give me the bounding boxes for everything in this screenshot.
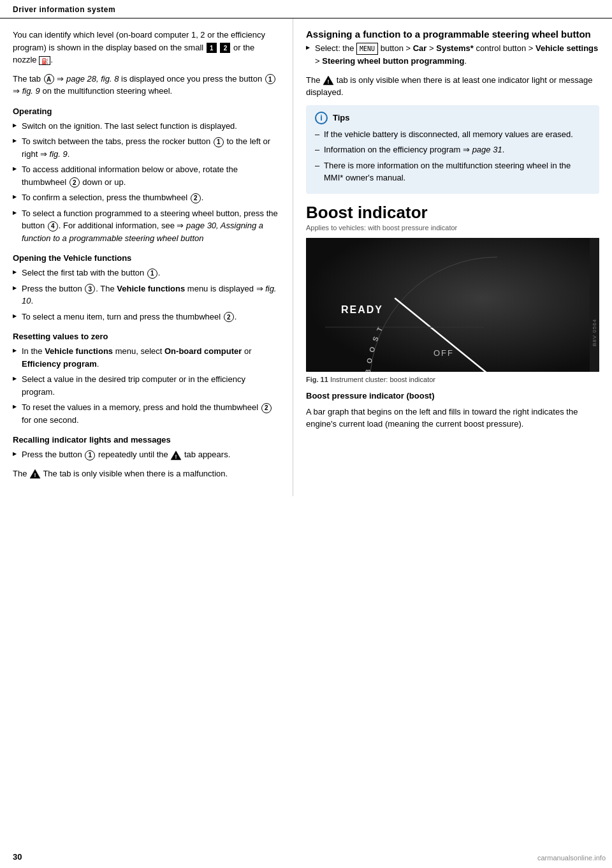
- opening-list: Select the first tab with the button 1. …: [13, 267, 280, 323]
- boost-subheading: Applies to vehicles: with boost pressure…: [306, 224, 599, 232]
- square-2: 2: [220, 43, 230, 53]
- recalling-list: Press the button 1 repeatedly until the …: [13, 448, 280, 461]
- warn-triangle-icon: !: [170, 450, 182, 460]
- assigning-steps: Select: the MENU button > Car > Systems*…: [306, 42, 599, 68]
- assigning-step: Select: the MENU button > Car > Systems*…: [306, 42, 599, 68]
- operating-list: Switch on the ignition. The last select …: [13, 120, 280, 245]
- page-header: Driver information system: [0, 0, 612, 18]
- page-number: 30: [13, 852, 22, 862]
- list-item: In the Vehicle functions menu, select On…: [13, 345, 280, 370]
- button-4-icon: 4: [48, 221, 58, 232]
- tip-item: There is more information on the multifu…: [315, 159, 590, 184]
- button-3-icon: 3: [85, 284, 95, 294]
- info-icon: i: [315, 112, 328, 124]
- svg-rect-34: [590, 238, 599, 372]
- button-2-icon: 2: [69, 177, 80, 188]
- opening-heading: Opening the Vehicle functions: [13, 253, 280, 263]
- button-2c-icon: 2: [224, 312, 234, 322]
- list-item: To confirm a selection, press the thumbw…: [13, 191, 280, 204]
- list-item: To switch between the tabs, press the ro…: [13, 135, 280, 160]
- tips-header: i Tips: [315, 112, 590, 124]
- svg-text:!: !: [328, 78, 330, 85]
- list-item: To reset the values in a memory, press a…: [13, 401, 280, 426]
- svg-text:!: !: [34, 472, 36, 478]
- resetting-heading: Resetting values to zero: [13, 332, 280, 341]
- button-1d-icon: 1: [85, 450, 95, 460]
- list-item: Switch on the ignition. The last select …: [13, 120, 280, 133]
- menu-button: MENU: [356, 43, 378, 55]
- list-item: Press the button 1 repeatedly until the …: [13, 448, 280, 461]
- nozzle-icon: ⛽: [39, 56, 50, 65]
- button-2d-icon: 2: [261, 403, 272, 413]
- button-2b-icon: 2: [191, 193, 201, 203]
- fig-caption: Fig. 11 Instrument cluster: boost indica…: [306, 376, 599, 383]
- page-content: You can identify which level (on-board c…: [0, 18, 612, 496]
- assigning-heading: Assigning a function to a programmable s…: [306, 29, 599, 40]
- list-item: To select a menu item, turn and press th…: [13, 311, 280, 323]
- svg-text:B8V 0564: B8V 0564: [592, 318, 597, 346]
- operating-heading: Operating: [13, 107, 280, 116]
- list-item: Select the first tab with the button 1.: [13, 267, 280, 279]
- tips-box: i Tips If the vehicle battery is disconn…: [306, 105, 599, 194]
- square-1: 1: [207, 43, 217, 53]
- list-item: To access additional information below o…: [13, 163, 280, 188]
- resetting-list: In the Vehicle functions menu, select On…: [13, 345, 280, 426]
- svg-text:!: !: [175, 453, 177, 460]
- tip-item: Information on the efficiency program pa…: [315, 143, 590, 156]
- tips-list: If the vehicle battery is disconnected, …: [315, 128, 590, 184]
- button-1-icon: 1: [265, 74, 275, 84]
- svg-text:READY: READY: [341, 304, 383, 315]
- gauge-display: B O O S T B O O S T READY OFF: [306, 238, 599, 372]
- intro-paragraph-2: The tab A page 28, fig. 8 is displayed o…: [13, 73, 280, 98]
- right-column: Assigning a function to a programmable s…: [293, 18, 612, 496]
- boost-pressure-heading: Boost pressure indicator (boost): [306, 391, 599, 401]
- list-item: Select a value in the desired trip compu…: [13, 373, 280, 398]
- list-item: Press the button 3. The Vehicle function…: [13, 283, 280, 307]
- tab-a-icon: A: [44, 74, 54, 84]
- boost-pressure-text: A bar graph that begins on the left and …: [306, 406, 599, 430]
- list-item: To select a function programmed to a ste…: [13, 207, 280, 245]
- tip-item: If the vehicle battery is disconnected, …: [315, 128, 590, 141]
- intro-paragraph-1: You can identify which level (on-board c…: [13, 29, 280, 66]
- svg-text:OFF: OFF: [433, 348, 454, 358]
- gauge-svg: B O O S T B O O S T READY OFF: [306, 238, 599, 372]
- watermark: carmanualsonline.info: [537, 854, 606, 862]
- button-1c-icon: 1: [147, 268, 157, 279]
- recalling-note: The ! The tab is only visible when there…: [13, 467, 280, 480]
- warn-triangle-icon3: !: [323, 75, 334, 85]
- boost-image: B O O S T B O O S T READY OFF: [306, 238, 599, 372]
- button-1-icon: 1: [214, 137, 224, 147]
- header-title: Driver information system: [13, 5, 115, 14]
- recalling-heading: Recalling indicator lights and messages: [13, 435, 280, 445]
- left-column: You can identify which level (on-board c…: [0, 18, 293, 496]
- assigning-note: The ! tab is only visible when there is …: [306, 74, 599, 99]
- boost-heading: Boost indicator: [306, 203, 599, 223]
- warn-triangle-icon2: !: [29, 469, 41, 479]
